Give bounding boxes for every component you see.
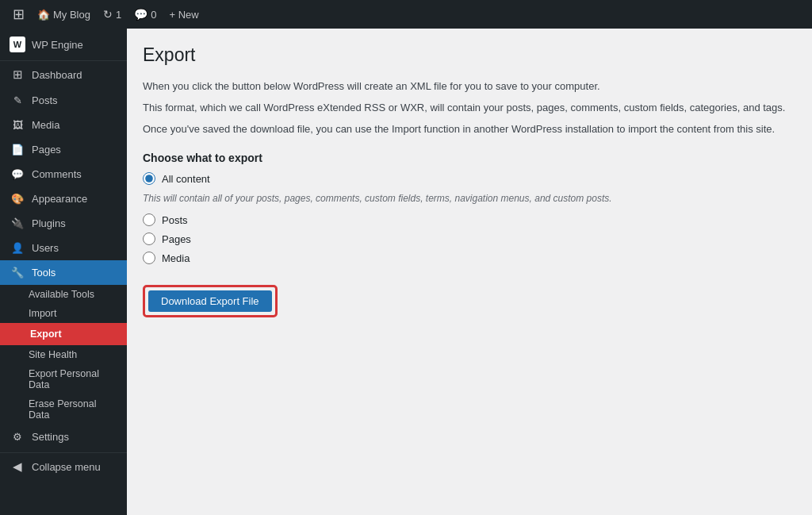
collapse-menu-button[interactable]: ◀ Collapse menu bbox=[0, 452, 127, 480]
sidebar-item-plugins[interactable]: 🔌 Plugins bbox=[0, 211, 127, 236]
submenu-item-available-tools[interactable]: Available Tools bbox=[0, 285, 127, 304]
sidebar-item-posts[interactable]: ✎ Posts bbox=[0, 88, 127, 113]
wp-engine-icon: W bbox=[10, 37, 25, 52]
sidebar-item-label: Dashboard bbox=[32, 69, 82, 81]
page-title: Export bbox=[143, 44, 796, 66]
admin-bar: ⊞ 🏠 My Blog ↻ 1 💬 0 + New bbox=[0, 0, 812, 29]
appearance-icon: 🎨 bbox=[10, 193, 25, 205]
sidebar-item-label: Settings bbox=[32, 431, 69, 443]
sidebar-item-media[interactable]: 🖼 Media bbox=[0, 113, 127, 137]
settings-icon: ⚙ bbox=[10, 431, 25, 443]
export-desc-2: This format, which we call WordPress eXt… bbox=[143, 100, 793, 117]
new-label: + New bbox=[169, 9, 198, 21]
sidebar-item-tools[interactable]: 🔧 Tools bbox=[0, 260, 127, 285]
collapse-icon: ◀ bbox=[10, 459, 25, 474]
sidebar-item-label: Comments bbox=[32, 168, 82, 180]
radio-posts-label[interactable]: Posts bbox=[162, 214, 188, 226]
sidebar-item-dashboard[interactable]: ⊞ Dashboard bbox=[0, 61, 127, 88]
tools-icon: 🔧 bbox=[10, 267, 25, 279]
comments-nav-icon: 💬 bbox=[10, 168, 25, 180]
submenu-item-export-personal-data[interactable]: Export Personal Data bbox=[0, 364, 127, 394]
site-name: My Blog bbox=[53, 9, 90, 21]
updates-link[interactable]: ↻ 1 bbox=[97, 0, 128, 29]
radio-option-posts: Posts bbox=[143, 213, 796, 226]
comments-link[interactable]: 💬 0 bbox=[128, 0, 163, 29]
posts-icon: ✎ bbox=[10, 94, 25, 106]
radio-pages-label[interactable]: Pages bbox=[162, 233, 191, 245]
radio-all-description: This will contain all of your posts, pag… bbox=[143, 191, 698, 206]
radio-option-media: Media bbox=[143, 252, 796, 264]
new-content-link[interactable]: + New bbox=[163, 0, 205, 29]
sidebar-item-users[interactable]: 👤 Users bbox=[0, 236, 127, 260]
submenu-item-import[interactable]: Import bbox=[0, 304, 127, 323]
site-name-link[interactable]: 🏠 My Blog bbox=[31, 0, 97, 29]
collapse-label: Collapse menu bbox=[32, 461, 101, 473]
main-content: Export When you click the button below W… bbox=[127, 29, 812, 515]
sidebar-item-label: Pages bbox=[32, 144, 61, 156]
plugins-icon: 🔌 bbox=[10, 217, 25, 229]
comments-icon: 💬 bbox=[134, 8, 147, 21]
radio-option-all: All content bbox=[143, 172, 796, 185]
updates-icon: ↻ bbox=[103, 8, 113, 21]
radio-pages[interactable] bbox=[143, 233, 155, 245]
sidebar-item-label: WP Engine bbox=[32, 39, 83, 51]
dashboard-icon: ⊞ bbox=[10, 67, 25, 82]
house-icon: 🏠 bbox=[37, 9, 50, 21]
sidebar-item-label: Appearance bbox=[32, 193, 87, 205]
media-icon: 🖼 bbox=[10, 119, 25, 131]
radio-option-pages: Pages bbox=[143, 233, 796, 245]
export-section-title: Choose what to export bbox=[143, 152, 796, 164]
sidebar-item-label: Plugins bbox=[32, 217, 66, 229]
radio-media-label[interactable]: Media bbox=[162, 252, 190, 264]
download-button-highlight: Download Export File bbox=[143, 285, 278, 317]
sidebar-item-appearance[interactable]: 🎨 Appearance bbox=[0, 186, 127, 211]
sidebar-item-label: Posts bbox=[32, 94, 58, 106]
wp-logo-icon: ⊞ bbox=[13, 6, 25, 23]
sidebar-item-pages[interactable]: 📄 Pages bbox=[0, 137, 127, 162]
users-icon: 👤 bbox=[10, 242, 25, 254]
sidebar-item-wp-engine[interactable]: W WP Engine bbox=[0, 29, 127, 61]
export-desc-1: When you click the button below WordPres… bbox=[143, 79, 793, 95]
wp-logo[interactable]: ⊞ bbox=[6, 0, 31, 29]
submenu-item-export[interactable]: Export bbox=[0, 323, 127, 345]
sidebar-item-label: Tools bbox=[32, 267, 56, 279]
submenu-item-erase-personal-data[interactable]: Erase Personal Data bbox=[0, 394, 127, 425]
sidebar-item-label: Users bbox=[32, 242, 59, 254]
radio-all-label[interactable]: All content bbox=[162, 173, 210, 185]
pages-icon: 📄 bbox=[10, 144, 25, 156]
admin-menu: W WP Engine ⊞ Dashboard ✎ Posts 🖼 Media … bbox=[0, 29, 127, 515]
radio-posts[interactable] bbox=[143, 213, 155, 226]
submenu-item-site-health[interactable]: Site Health bbox=[0, 345, 127, 364]
updates-count: 1 bbox=[116, 9, 121, 21]
sidebar-item-settings[interactable]: ⚙ Settings bbox=[0, 425, 127, 449]
tools-submenu: Available Tools Import Export Site Healt… bbox=[0, 285, 127, 425]
radio-media[interactable] bbox=[143, 252, 155, 264]
sidebar-item-comments[interactable]: 💬 Comments bbox=[0, 162, 127, 186]
export-desc-3: Once you've saved the download file, you… bbox=[143, 121, 793, 138]
sidebar-item-label: Media bbox=[32, 119, 59, 131]
radio-all-content[interactable] bbox=[143, 172, 155, 185]
download-export-button[interactable]: Download Export File bbox=[148, 290, 272, 312]
comments-count: 0 bbox=[151, 9, 156, 21]
